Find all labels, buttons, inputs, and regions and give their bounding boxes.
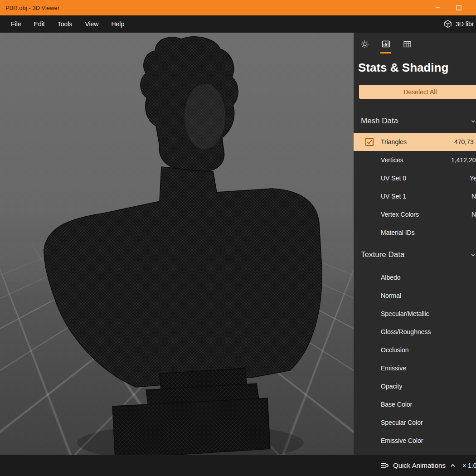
row-value: N xyxy=(471,211,476,218)
face-highlight xyxy=(185,84,225,149)
stats-chart-icon xyxy=(382,40,390,49)
row-emissive[interactable]: Emissive xyxy=(354,359,476,377)
row-label: UV Set 0 xyxy=(381,175,406,182)
maximize-button[interactable] xyxy=(448,0,469,15)
menu-tools[interactable]: Tools xyxy=(51,15,79,33)
row-label: Vertices xyxy=(381,156,403,164)
row-label: UV Set 1 xyxy=(381,193,406,200)
menu-view[interactable]: View xyxy=(78,15,105,33)
row-vertex-colors[interactable]: Vertex Colors N xyxy=(354,205,476,223)
chevron-up-icon xyxy=(450,462,456,469)
row-label: Occlusion xyxy=(381,346,408,354)
row-normal[interactable]: Normal xyxy=(354,287,476,305)
3d-library-button[interactable]: 3D libr xyxy=(443,15,474,33)
tab-stats[interactable] xyxy=(380,40,391,53)
chevron-down-icon: ⌄ xyxy=(470,115,476,125)
mesh-data-header-label: Mesh Data xyxy=(361,117,398,126)
texture-data-header[interactable]: Texture Data ⌄ xyxy=(354,247,476,263)
row-material-ids[interactable]: Material IDs xyxy=(354,223,476,242)
pedestal-base xyxy=(112,398,270,455)
row-triangles[interactable]: Triangles 470,73 xyxy=(354,133,476,151)
quick-animations-button[interactable]: Quick Animations xyxy=(380,455,456,476)
menu-bar: File Edit Tools View Help 3D libr xyxy=(0,15,476,33)
bottom-bar: Quick Animations × 1.0 xyxy=(0,455,476,476)
row-value: 470,73 xyxy=(454,138,474,146)
row-label: Emissive Color xyxy=(381,437,423,444)
row-value: 1,412,20 xyxy=(451,156,476,164)
row-label: Emissive xyxy=(381,364,406,372)
tab-lighting[interactable] xyxy=(359,40,370,53)
maximize-icon xyxy=(456,5,461,10)
minimize-icon xyxy=(435,5,441,10)
row-label: Material IDs xyxy=(381,229,415,236)
bust-torso xyxy=(44,167,322,387)
title-bar: PBR.obj - 3D Viewer xyxy=(0,0,476,15)
triangles-checkbox[interactable] xyxy=(365,138,374,146)
animation-icon xyxy=(380,461,389,470)
menu-edit[interactable]: Edit xyxy=(28,15,51,33)
row-specular-metallic[interactable]: Specular/Metallic xyxy=(354,305,476,323)
row-specular-color[interactable]: Specular Color xyxy=(354,413,476,432)
quick-animations-label: Quick Animations xyxy=(393,461,446,469)
mesh-data-header[interactable]: Mesh Data ⌄ xyxy=(354,113,476,129)
mesh-data-rows: Triangles 470,73 Vertices 1,412,20 UV Se… xyxy=(354,133,476,242)
viewport-3d[interactable] xyxy=(0,33,354,455)
3d-library-label: 3D libr xyxy=(456,20,474,28)
stats-panel: Stats & Shading Deselect All Mesh Data ⌄… xyxy=(354,33,476,455)
row-label: Opacity xyxy=(381,383,402,390)
row-value: Ye xyxy=(470,175,476,182)
window-controls xyxy=(427,0,469,15)
row-opacity[interactable]: Opacity xyxy=(354,377,476,395)
row-label: Vertex Colors xyxy=(381,211,419,218)
row-uv-set-0[interactable]: UV Set 0 Ye xyxy=(354,169,476,187)
row-occlusion[interactable]: Occlusion xyxy=(354,341,476,359)
panel-title: Stats & Shading xyxy=(358,61,448,75)
row-albedo[interactable]: Albedo xyxy=(354,268,476,287)
row-label: Specular/Metallic xyxy=(381,310,429,317)
cube-icon xyxy=(443,19,452,29)
menu-help[interactable]: Help xyxy=(105,15,131,33)
row-label: Albedo xyxy=(381,274,401,281)
minimize-button[interactable] xyxy=(427,0,448,15)
row-value: N xyxy=(471,193,476,200)
texture-data-header-label: Texture Data xyxy=(361,250,404,259)
row-label: Gloss/Roughness xyxy=(381,328,431,335)
row-base-color[interactable]: Base Color xyxy=(354,395,476,413)
playback-speed-label: × 1.0 xyxy=(462,455,476,476)
tab-grid[interactable] xyxy=(402,40,413,53)
sun-icon xyxy=(360,40,369,49)
row-emissive-color[interactable]: Emissive Color xyxy=(354,432,476,450)
row-vertices[interactable]: Vertices 1,412,20 xyxy=(354,151,476,169)
menu-file[interactable]: File xyxy=(0,15,28,33)
row-gloss-roughness[interactable]: Gloss/Roughness xyxy=(354,323,476,341)
window-title: PBR.obj - 3D Viewer xyxy=(0,5,59,11)
row-label: Triangles xyxy=(381,138,407,146)
row-label: Base Color xyxy=(381,401,412,408)
row-label: Specular Color xyxy=(381,419,423,426)
model-bust-wireframe[interactable] xyxy=(0,33,354,455)
deselect-all-button[interactable]: Deselect All xyxy=(359,85,476,99)
grid-icon xyxy=(403,40,412,49)
chevron-down-icon: ⌄ xyxy=(470,248,476,258)
panel-tabs xyxy=(359,40,413,53)
texture-data-rows: Albedo Normal Specular/Metallic Gloss/Ro… xyxy=(354,268,476,450)
checkmark-icon xyxy=(366,139,373,145)
row-uv-set-1[interactable]: UV Set 1 N xyxy=(354,187,476,205)
row-label: Normal xyxy=(381,292,401,299)
